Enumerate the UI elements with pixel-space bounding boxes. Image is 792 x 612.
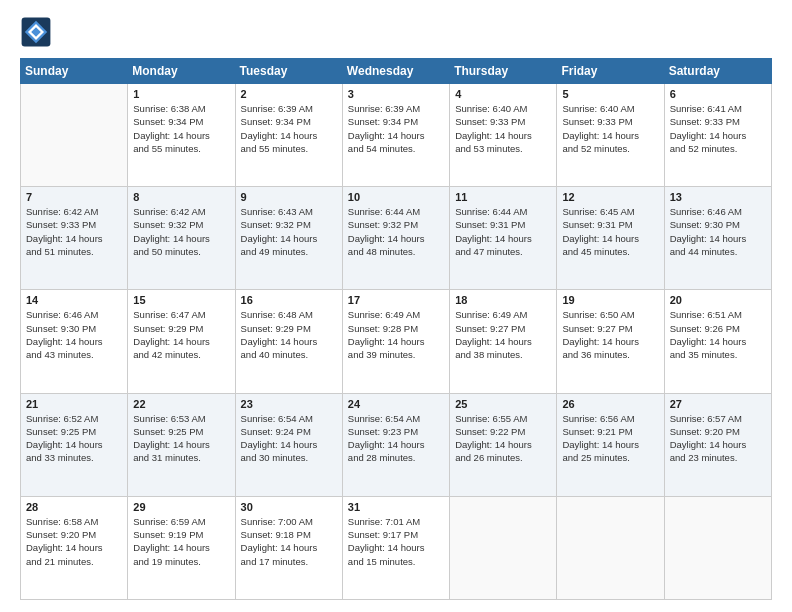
day-info: Sunrise: 6:51 AM Sunset: 9:26 PM Dayligh… [670,308,766,361]
day-info: Sunrise: 6:44 AM Sunset: 9:31 PM Dayligh… [455,205,551,258]
day-number: 29 [133,501,229,513]
day-info: Sunrise: 6:58 AM Sunset: 9:20 PM Dayligh… [26,515,122,568]
calendar-cell: 20Sunrise: 6:51 AM Sunset: 9:26 PM Dayli… [664,290,771,393]
day-number: 31 [348,501,444,513]
day-info: Sunrise: 6:43 AM Sunset: 9:32 PM Dayligh… [241,205,337,258]
weekday-header-cell: Tuesday [235,59,342,84]
day-number: 20 [670,294,766,306]
day-info: Sunrise: 6:48 AM Sunset: 9:29 PM Dayligh… [241,308,337,361]
day-number: 19 [562,294,658,306]
day-info: Sunrise: 6:55 AM Sunset: 9:22 PM Dayligh… [455,412,551,465]
calendar-row: 1Sunrise: 6:38 AM Sunset: 9:34 PM Daylig… [21,84,772,187]
weekday-header-cell: Monday [128,59,235,84]
day-number: 9 [241,191,337,203]
calendar-cell: 27Sunrise: 6:57 AM Sunset: 9:20 PM Dayli… [664,393,771,496]
day-number: 11 [455,191,551,203]
calendar-cell: 11Sunrise: 6:44 AM Sunset: 9:31 PM Dayli… [450,187,557,290]
day-info: Sunrise: 6:54 AM Sunset: 9:24 PM Dayligh… [241,412,337,465]
day-info: Sunrise: 6:39 AM Sunset: 9:34 PM Dayligh… [241,102,337,155]
day-info: Sunrise: 6:38 AM Sunset: 9:34 PM Dayligh… [133,102,229,155]
day-info: Sunrise: 6:49 AM Sunset: 9:27 PM Dayligh… [455,308,551,361]
calendar-cell: 19Sunrise: 6:50 AM Sunset: 9:27 PM Dayli… [557,290,664,393]
day-info: Sunrise: 6:40 AM Sunset: 9:33 PM Dayligh… [562,102,658,155]
calendar-cell: 1Sunrise: 6:38 AM Sunset: 9:34 PM Daylig… [128,84,235,187]
day-number: 10 [348,191,444,203]
calendar-row: 14Sunrise: 6:46 AM Sunset: 9:30 PM Dayli… [21,290,772,393]
calendar-cell: 15Sunrise: 6:47 AM Sunset: 9:29 PM Dayli… [128,290,235,393]
calendar-cell [450,496,557,599]
weekday-header-cell: Thursday [450,59,557,84]
day-number: 2 [241,88,337,100]
day-number: 5 [562,88,658,100]
calendar-cell: 5Sunrise: 6:40 AM Sunset: 9:33 PM Daylig… [557,84,664,187]
day-info: Sunrise: 6:46 AM Sunset: 9:30 PM Dayligh… [26,308,122,361]
calendar-cell: 21Sunrise: 6:52 AM Sunset: 9:25 PM Dayli… [21,393,128,496]
calendar-row: 7Sunrise: 6:42 AM Sunset: 9:33 PM Daylig… [21,187,772,290]
day-number: 14 [26,294,122,306]
calendar-cell: 30Sunrise: 7:00 AM Sunset: 9:18 PM Dayli… [235,496,342,599]
day-info: Sunrise: 6:59 AM Sunset: 9:19 PM Dayligh… [133,515,229,568]
day-number: 23 [241,398,337,410]
calendar-cell: 18Sunrise: 6:49 AM Sunset: 9:27 PM Dayli… [450,290,557,393]
day-info: Sunrise: 6:57 AM Sunset: 9:20 PM Dayligh… [670,412,766,465]
calendar-cell: 16Sunrise: 6:48 AM Sunset: 9:29 PM Dayli… [235,290,342,393]
calendar-cell: 24Sunrise: 6:54 AM Sunset: 9:23 PM Dayli… [342,393,449,496]
calendar-cell: 9Sunrise: 6:43 AM Sunset: 9:32 PM Daylig… [235,187,342,290]
day-number: 17 [348,294,444,306]
weekday-header-cell: Saturday [664,59,771,84]
calendar-cell: 6Sunrise: 6:41 AM Sunset: 9:33 PM Daylig… [664,84,771,187]
calendar-row: 21Sunrise: 6:52 AM Sunset: 9:25 PM Dayli… [21,393,772,496]
calendar-cell: 29Sunrise: 6:59 AM Sunset: 9:19 PM Dayli… [128,496,235,599]
calendar-cell: 25Sunrise: 6:55 AM Sunset: 9:22 PM Dayli… [450,393,557,496]
day-info: Sunrise: 7:01 AM Sunset: 9:17 PM Dayligh… [348,515,444,568]
page: SundayMondayTuesdayWednesdayThursdayFrid… [0,0,792,612]
day-info: Sunrise: 6:52 AM Sunset: 9:25 PM Dayligh… [26,412,122,465]
day-info: Sunrise: 6:54 AM Sunset: 9:23 PM Dayligh… [348,412,444,465]
day-info: Sunrise: 6:41 AM Sunset: 9:33 PM Dayligh… [670,102,766,155]
day-info: Sunrise: 6:56 AM Sunset: 9:21 PM Dayligh… [562,412,658,465]
day-number: 15 [133,294,229,306]
day-number: 12 [562,191,658,203]
header [20,16,772,48]
calendar-table: SundayMondayTuesdayWednesdayThursdayFrid… [20,58,772,600]
day-number: 16 [241,294,337,306]
day-number: 1 [133,88,229,100]
day-number: 4 [455,88,551,100]
logo-icon [20,16,52,48]
calendar-cell: 14Sunrise: 6:46 AM Sunset: 9:30 PM Dayli… [21,290,128,393]
day-info: Sunrise: 6:42 AM Sunset: 9:33 PM Dayligh… [26,205,122,258]
calendar-cell: 17Sunrise: 6:49 AM Sunset: 9:28 PM Dayli… [342,290,449,393]
calendar-cell: 23Sunrise: 6:54 AM Sunset: 9:24 PM Dayli… [235,393,342,496]
calendar-cell: 2Sunrise: 6:39 AM Sunset: 9:34 PM Daylig… [235,84,342,187]
weekday-header-cell: Wednesday [342,59,449,84]
calendar-cell [557,496,664,599]
day-number: 27 [670,398,766,410]
day-number: 21 [26,398,122,410]
calendar-cell: 8Sunrise: 6:42 AM Sunset: 9:32 PM Daylig… [128,187,235,290]
day-number: 24 [348,398,444,410]
day-number: 26 [562,398,658,410]
day-info: Sunrise: 6:46 AM Sunset: 9:30 PM Dayligh… [670,205,766,258]
calendar-cell: 13Sunrise: 6:46 AM Sunset: 9:30 PM Dayli… [664,187,771,290]
calendar-cell: 3Sunrise: 6:39 AM Sunset: 9:34 PM Daylig… [342,84,449,187]
calendar-cell: 31Sunrise: 7:01 AM Sunset: 9:17 PM Dayli… [342,496,449,599]
day-number: 30 [241,501,337,513]
day-number: 25 [455,398,551,410]
calendar-body: 1Sunrise: 6:38 AM Sunset: 9:34 PM Daylig… [21,84,772,600]
day-number: 6 [670,88,766,100]
day-number: 7 [26,191,122,203]
day-number: 13 [670,191,766,203]
calendar-cell: 12Sunrise: 6:45 AM Sunset: 9:31 PM Dayli… [557,187,664,290]
calendar-cell: 4Sunrise: 6:40 AM Sunset: 9:33 PM Daylig… [450,84,557,187]
day-info: Sunrise: 6:39 AM Sunset: 9:34 PM Dayligh… [348,102,444,155]
day-number: 22 [133,398,229,410]
day-number: 8 [133,191,229,203]
day-info: Sunrise: 7:00 AM Sunset: 9:18 PM Dayligh… [241,515,337,568]
weekday-header-cell: Friday [557,59,664,84]
day-info: Sunrise: 6:40 AM Sunset: 9:33 PM Dayligh… [455,102,551,155]
weekday-header-cell: Sunday [21,59,128,84]
calendar-row: 28Sunrise: 6:58 AM Sunset: 9:20 PM Dayli… [21,496,772,599]
day-number: 28 [26,501,122,513]
day-number: 3 [348,88,444,100]
day-info: Sunrise: 6:45 AM Sunset: 9:31 PM Dayligh… [562,205,658,258]
